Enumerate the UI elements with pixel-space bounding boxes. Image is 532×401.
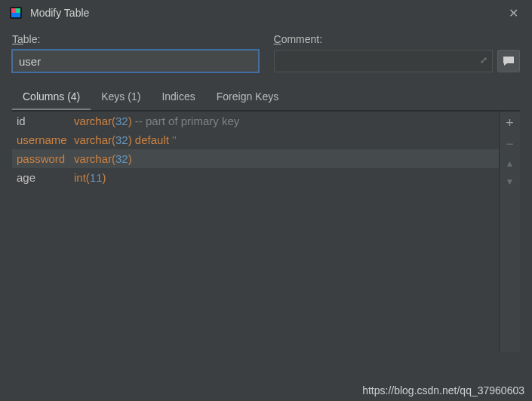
- column-def: varchar(32) default '': [74, 133, 177, 146]
- column-row-id[interactable]: idvarchar(32) -- part of primary key: [12, 112, 499, 130]
- column-list[interactable]: idvarchar(32) -- part of primary keyuser…: [12, 112, 499, 352]
- column-name: username: [17, 133, 69, 146]
- comment-button[interactable]: [497, 50, 520, 72]
- tab-columns[interactable]: Columns (4): [12, 86, 91, 110]
- column-def: int(11): [74, 171, 106, 184]
- comment-input[interactable]: ⤢: [274, 50, 494, 72]
- expand-icon[interactable]: ⤢: [480, 55, 487, 66]
- table-field-group: Table:: [12, 33, 259, 72]
- remove-button[interactable]: −: [506, 137, 514, 151]
- svg-rect-2: [16, 8, 20, 13]
- window-title: Modify Table: [30, 7, 504, 19]
- move-down-button[interactable]: ▼: [506, 176, 515, 187]
- column-row-password[interactable]: passwordvarchar(32): [12, 149, 499, 168]
- comment-label: Comment:: [274, 33, 521, 45]
- tab-foreign-keys[interactable]: Foreign Keys: [206, 86, 289, 110]
- svg-rect-3: [11, 13, 20, 17]
- watermark: https://blog.csdn.net/qq_37960603: [362, 384, 524, 396]
- tab-indices[interactable]: Indices: [151, 86, 205, 110]
- svg-rect-1: [11, 8, 16, 13]
- column-name: age: [17, 171, 69, 184]
- column-row-username[interactable]: usernamevarchar(32) default '': [12, 130, 499, 149]
- move-up-button[interactable]: ▲: [506, 158, 515, 169]
- column-row-age[interactable]: ageint(11): [12, 168, 499, 187]
- column-def: varchar(32): [74, 152, 132, 165]
- column-name: id: [17, 115, 69, 127]
- close-icon[interactable]: ✕: [504, 3, 523, 23]
- tabs: Columns (4)Keys (1)IndicesForeign Keys: [12, 86, 520, 111]
- form-row: Table: Comment: ⤢: [0, 26, 532, 72]
- add-button[interactable]: +: [506, 116, 514, 130]
- column-name: password: [17, 152, 69, 165]
- side-tools: + − ▲ ▼: [499, 112, 520, 352]
- titlebar: Modify Table ✕: [0, 0, 532, 26]
- columns-panel: idvarchar(32) -- part of primary keyuser…: [12, 111, 520, 352]
- table-label: Table:: [12, 33, 259, 45]
- column-def: varchar(32) -- part of primary key: [74, 115, 239, 127]
- app-icon: [9, 6, 23, 20]
- tab-keys[interactable]: Keys (1): [91, 86, 151, 110]
- comment-field-group: Comment: ⤢: [274, 33, 521, 72]
- table-input[interactable]: [12, 50, 259, 72]
